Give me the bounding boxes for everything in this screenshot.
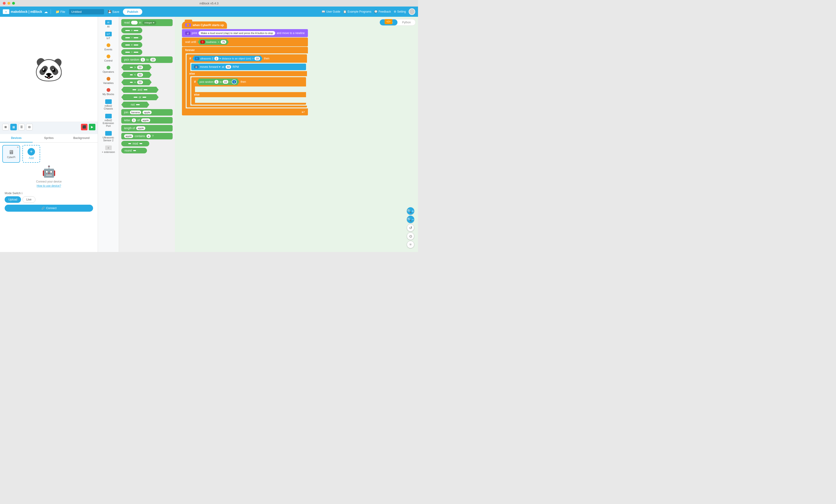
pr-to-input[interactable]: 10 (223, 80, 228, 84)
add-device-card[interactable]: + Add (22, 145, 40, 163)
cat-variables[interactable]: Variables (99, 76, 118, 86)
lt-right-input[interactable]: 50 (137, 73, 143, 77)
cat-operators[interactable]: Operators (99, 64, 118, 75)
sub-left-input[interactable] (125, 37, 130, 38)
run-button[interactable]: ▶ (89, 124, 95, 130)
gt-left-input[interactable] (130, 67, 133, 68)
read-block[interactable]: read in integer ▾ (121, 19, 173, 26)
project-name-input[interactable] (69, 9, 104, 15)
moves-forward-block[interactable]: 🤖 moves forward ▾ at 50 RPM (191, 64, 306, 70)
tab-background[interactable]: Background (65, 134, 98, 142)
cat-mbot2-chassis[interactable]: mBot2 Chassis (99, 98, 118, 112)
sub-operator-block[interactable]: − (121, 35, 142, 41)
loudness-val[interactable]: 75 (221, 40, 226, 44)
letter-n-input[interactable]: 1 (132, 118, 136, 122)
div-operator-block[interactable]: ÷ (121, 49, 142, 55)
ultra-num[interactable]: 1 (214, 57, 218, 60)
contains-block[interactable]: apple contains a ? (121, 133, 173, 139)
print-block[interactable]: 🖨 print Make a loud sound (clap) to star… (182, 29, 308, 37)
eq-left-input[interactable] (130, 82, 133, 83)
or-right-input[interactable] (142, 97, 146, 98)
add-right-input[interactable] (134, 30, 138, 31)
and-right-input[interactable] (144, 89, 147, 90)
length-str-input[interactable]: apple (136, 127, 145, 130)
lt-block[interactable]: < 50 (121, 72, 152, 78)
mod-right-input[interactable] (139, 143, 142, 144)
cat-extension[interactable]: + + extension (99, 144, 118, 155)
round-block[interactable]: round (121, 148, 147, 153)
user-guide-link[interactable]: 📖 User Guide (322, 10, 340, 13)
minimize-button[interactable] (7, 2, 10, 5)
pick-random-from[interactable]: 1 (141, 58, 145, 61)
tab-devices[interactable]: Devices (0, 134, 33, 142)
grid-view-btn[interactable]: ⊟ (26, 124, 33, 130)
letter-str-input[interactable]: apple (141, 118, 150, 122)
div-left-input[interactable] (125, 52, 130, 53)
cat-events[interactable]: Events (99, 42, 118, 52)
when-starts-hat[interactable]: 🟧 when CyberPi starts up (182, 21, 227, 29)
cat-ultrasonic[interactable]: Ultrasonic Sensor 2 (99, 130, 118, 143)
dist-val[interactable]: 10 (254, 57, 260, 60)
join-b-input[interactable]: apple (142, 111, 152, 114)
block-view-btn[interactable]: ▦ (10, 124, 17, 130)
file-menu[interactable]: 📁 File (54, 9, 67, 15)
rpm-val-input[interactable]: 50 (226, 65, 231, 69)
cat-my-blocks[interactable]: My Blocks (99, 87, 118, 97)
feedback-link[interactable]: 💬 Feedback (374, 10, 391, 13)
lt-left-input[interactable] (130, 74, 133, 75)
if-block-2[interactable]: if pick random 1 to 10 = 1 (191, 77, 306, 86)
how-to-link[interactable]: How to use device? (37, 184, 61, 188)
mul-right-input[interactable] (134, 44, 138, 45)
read-toggle[interactable] (131, 21, 138, 24)
mul-left-input[interactable] (125, 44, 130, 45)
menu-icon-cloud[interactable]: ☁ (44, 9, 48, 14)
zoom-in-button[interactable]: 🔍+ (407, 207, 414, 215)
tab-sprites[interactable]: Sprites (33, 134, 65, 142)
maximize-button[interactable] (12, 2, 15, 5)
pr-from-input[interactable]: 1 (214, 80, 218, 84)
pick-random-to[interactable]: 10 (150, 58, 156, 61)
add-left-input[interactable] (125, 30, 130, 31)
publish-button[interactable]: Publish (123, 8, 142, 15)
or-left-input[interactable] (134, 97, 137, 98)
zoom-out-button[interactable]: 🔍− (407, 216, 414, 223)
cat-control[interactable]: Control (99, 53, 118, 63)
avatar[interactable] (408, 8, 415, 15)
gt-right-input[interactable]: 50 (137, 65, 143, 69)
center-button[interactable]: ⊙ (407, 232, 414, 240)
round-input[interactable] (133, 150, 136, 151)
refresh-button[interactable]: ↺ (407, 224, 414, 232)
ultrasonic-condition[interactable]: 🔷 ultrasonic 2 1 ▾ distance to an object… (192, 56, 262, 61)
eq-block[interactable]: = 50 (121, 79, 152, 85)
save-button[interactable]: 💾 Save (106, 9, 121, 15)
wait-until-block[interactable]: wait until 🔴 loudness > 75 (182, 38, 308, 46)
not-block[interactable]: not (121, 102, 149, 108)
pick-random-block[interactable]: pick random 1 to 10 (121, 56, 173, 63)
loudness-condition[interactable]: 🔴 loudness > 75 (198, 39, 229, 45)
fit-button[interactable]: = (407, 241, 414, 248)
live-mode-btn[interactable]: Live (22, 196, 35, 203)
contains-b-input[interactable]: a (147, 134, 151, 138)
cyberpi-card[interactable]: ✕ 🖥 CyberPi (2, 145, 20, 163)
example-programs-link[interactable]: 📋 Example Programs (343, 10, 371, 13)
cat-iot[interactable]: IoT IoT (99, 30, 118, 41)
join-a-input[interactable]: banana (130, 111, 141, 114)
list-view-btn[interactable]: ☰ (18, 124, 25, 130)
mul-operator-block[interactable]: × (121, 42, 142, 48)
if-block-1[interactable]: if 🔷 ultrasonic 2 1 ▾ distance to an obj… (187, 54, 307, 63)
mod-left-input[interactable] (128, 143, 131, 144)
contains-a-input[interactable]: apple (124, 134, 133, 138)
close-device-icon[interactable]: ✕ (17, 146, 19, 149)
div-right-input[interactable] (134, 52, 138, 53)
expand-icon[interactable]: </> (385, 19, 392, 24)
else-2-block[interactable]: else (191, 92, 306, 97)
pick-random-condition[interactable]: pick random 1 to 10 = 1 (197, 79, 239, 85)
eq-right-input[interactable]: 50 (137, 80, 143, 84)
length-block[interactable]: length of apple (121, 125, 173, 132)
sub-right-input[interactable] (134, 37, 138, 38)
else-1-block[interactable]: else (187, 71, 307, 76)
and-left-input[interactable] (132, 89, 136, 90)
add-operator-block[interactable]: + (121, 27, 142, 33)
mod-block[interactable]: mod (121, 141, 149, 147)
not-input[interactable] (136, 104, 140, 105)
